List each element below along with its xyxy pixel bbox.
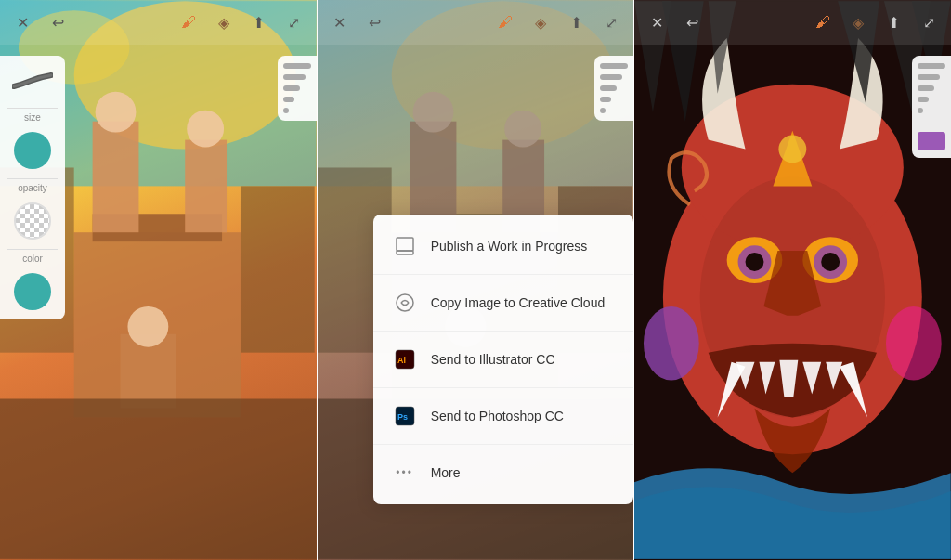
brush-preview [9, 65, 56, 98]
copy-cc-label: Copy Image to Creative Cloud [431, 295, 606, 310]
photoshop-icon: Ps [392, 403, 418, 429]
color-label: color [22, 254, 43, 264]
photoshop-label: Send to Photoshop CC [431, 409, 564, 423]
svg-point-36 [682, 85, 904, 251]
svg-point-42 [746, 253, 764, 271]
menu-item-publish[interactable]: Publish a Work in Progress [373, 222, 634, 270]
svg-text:Ps: Ps [397, 412, 408, 422]
toolbar-2: ✕ ↩ 🖌 ◈ ⬆ ⤢ [318, 0, 634, 45]
brush-bar-3-4 [918, 97, 929, 102]
toolbar-1: ✕ ↩ 🖌 ◈ ⬆ ⤢ [0, 0, 317, 45]
brush-bar-1-b2 [283, 74, 306, 80]
opacity-label: opacity [18, 183, 47, 193]
publish-icon [392, 233, 418, 259]
divider-3 [7, 249, 58, 250]
menu-divider-4 [373, 444, 634, 445]
menu-item-copy-cc[interactable]: Copy Image to Creative Cloud [373, 279, 634, 327]
expand-icon-1[interactable]: ⤢ [283, 11, 306, 33]
svg-point-39 [803, 237, 859, 283]
divider-1 [7, 108, 58, 109]
brush-icon-2[interactable]: 🖌 [494, 11, 516, 33]
svg-point-35 [663, 140, 922, 455]
menu-divider-2 [373, 331, 634, 332]
menu-divider-3 [373, 387, 634, 388]
undo-button-2[interactable]: ↩ [364, 11, 386, 33]
svg-point-38 [727, 237, 783, 283]
brush-bar-3-3 [918, 85, 934, 91]
undo-button-3[interactable]: ↩ [681, 11, 703, 33]
share-icon-2[interactable]: ⬆ [565, 11, 587, 33]
brush-bar-1-b1 [283, 63, 311, 69]
layers-icon-1[interactable]: ◈ [213, 11, 235, 33]
svg-point-44 [779, 136, 807, 163]
expand-icon-3[interactable]: ⤢ [918, 11, 940, 33]
brush-bar-3-2 [918, 74, 940, 80]
svg-rect-5 [93, 122, 139, 233]
share-icon-3[interactable]: ⬆ [882, 11, 905, 33]
layers-icon-2[interactable]: ◈ [529, 11, 552, 33]
menu-item-illustrator[interactable]: Ai Send to Illustrator CC [373, 335, 634, 384]
svg-rect-7 [185, 140, 227, 233]
svg-point-8 [187, 111, 224, 148]
brush-icon-3[interactable]: 🖌 [812, 11, 834, 33]
menu-divider-1 [373, 274, 634, 275]
svg-point-19 [412, 92, 453, 133]
color-swatch-teal[interactable] [14, 132, 51, 169]
undo-button-1[interactable]: ↩ [46, 11, 69, 33]
panel-1: ✕ ↩ 🖌 ◈ ⬆ ⤢ size opacity color [0, 0, 317, 560]
context-menu: Publish a Work in Progress Copy Image to… [373, 215, 634, 504]
publish-label: Publish a Work in Progress [431, 239, 588, 254]
creative-cloud-icon [392, 290, 418, 316]
svg-rect-3 [74, 232, 241, 417]
svg-point-21 [504, 111, 541, 148]
more-icon: ••• [392, 460, 418, 486]
svg-point-10 [127, 306, 168, 347]
svg-rect-4 [93, 214, 222, 241]
brush-bar-1-b3 [283, 85, 300, 91]
share-icon-1[interactable]: ⬆ [248, 11, 270, 33]
svg-point-43 [822, 253, 840, 271]
svg-rect-27 [397, 238, 413, 251]
sidebar-right-1 [278, 56, 317, 121]
svg-point-6 [96, 92, 137, 133]
menu-item-photoshop[interactable]: Ps Send to Photoshop CC [373, 392, 634, 440]
svg-rect-13 [0, 399, 317, 559]
brush-bar-3 [600, 85, 617, 91]
brush-bar-4 [600, 97, 611, 102]
brush-bar-3-1 [918, 63, 945, 69]
svg-rect-28 [397, 251, 413, 254]
close-button-2[interactable]: ✕ [329, 11, 351, 33]
brush-bar-5 [600, 108, 606, 113]
panel-3: ✕ ↩ 🖌 ◈ ⬆ ⤢ [633, 0, 951, 560]
brush-bar-1 [600, 63, 628, 69]
svg-point-37 [700, 176, 885, 417]
size-label: size [24, 112, 41, 123]
menu-item-more[interactable]: ••• More [373, 449, 634, 497]
close-button-3[interactable]: ✕ [645, 11, 668, 33]
toolbar-3: ✕ ↩ 🖌 ◈ ⬆ ⤢ [634, 0, 951, 45]
svg-rect-12 [241, 186, 315, 352]
color-accent-bar [918, 132, 945, 150]
illustrator-icon: Ai [392, 346, 418, 372]
brush-bar-1-b4 [283, 97, 294, 102]
layers-icon-3[interactable]: ◈ [847, 11, 869, 33]
sidebar-right-3 [912, 56, 951, 158]
panel-2: ✕ ↩ 🖌 ◈ ⬆ ⤢ Publish a Work in Progress [317, 0, 634, 560]
divider-2 [7, 178, 58, 179]
brush-bar-2 [600, 74, 622, 80]
color-swatch-active[interactable] [14, 273, 51, 310]
brush-bar-1-b5 [283, 108, 289, 113]
expand-icon-2[interactable]: ⤢ [600, 11, 622, 33]
opacity-swatch[interactable] [14, 202, 51, 240]
svg-rect-9 [120, 334, 176, 409]
more-label: More [431, 465, 461, 480]
brush-icon-1[interactable]: 🖌 [177, 11, 200, 33]
svg-point-41 [814, 245, 848, 279]
svg-point-45 [644, 306, 699, 381]
svg-text:Ai: Ai [397, 356, 406, 365]
illustrator-label: Send to Illustrator CC [431, 352, 555, 367]
svg-point-46 [886, 306, 942, 381]
close-button-1[interactable]: ✕ [11, 11, 33, 33]
sidebar-tools-1: size opacity color [0, 56, 65, 319]
brush-bar-3-5 [918, 108, 923, 113]
